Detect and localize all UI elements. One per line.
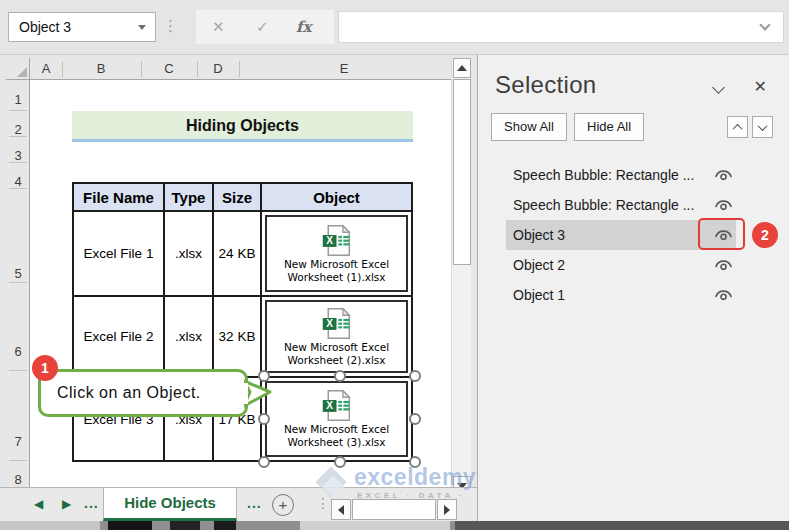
- visibility-eye-icon[interactable]: [713, 257, 734, 272]
- formula-buttons-panel: ✕ ✓ fx: [196, 10, 334, 44]
- excel-file-icon: X: [320, 389, 353, 422]
- row-header-2[interactable]: 2: [6, 122, 30, 137]
- pane-options-chevron-icon[interactable]: [712, 81, 725, 94]
- list-item-speech-bubble-2[interactable]: Speech Bubble: Rectangle ...: [506, 190, 736, 220]
- row-header-6[interactable]: 6: [6, 344, 30, 359]
- sheet-title-cell: Hiding Objects: [72, 111, 413, 142]
- callout-text: Click on an Object.: [57, 384, 201, 402]
- formula-input[interactable]: [338, 11, 784, 43]
- visibility-eye-icon[interactable]: [713, 167, 734, 182]
- sheet-tab-bar: ◀ ▶ ... Hide Objects ... + ⋮: [0, 487, 477, 521]
- edge-segment: [108, 521, 152, 530]
- name-box[interactable]: Object 3: [8, 12, 156, 42]
- list-item-object-3-selected[interactable]: Object 3 2: [506, 220, 736, 250]
- table-cell-file-name: Excel File 2: [74, 297, 165, 378]
- formula-bar-expand-icon[interactable]: [759, 19, 770, 30]
- excel-window: Object 3 ⋮ ✕ ✓ fx A B C D E 1 2 3 4 5 6 …: [0, 0, 789, 530]
- bring-forward-button[interactable]: [727, 116, 748, 138]
- item-label: Object 1: [506, 287, 736, 303]
- excel-file-icon: X: [320, 224, 353, 257]
- table-cell-size: 32 KB: [214, 297, 262, 378]
- edge-segment: [300, 521, 450, 530]
- row-header-7[interactable]: 7: [6, 434, 30, 449]
- edge-segment: [170, 521, 200, 530]
- vertical-scrollbar-thumb[interactable]: [453, 79, 471, 265]
- svg-text:X: X: [326, 401, 333, 412]
- tab-hide-objects[interactable]: Hide Objects: [103, 488, 237, 521]
- row-header-4[interactable]: 4: [6, 174, 30, 189]
- svg-text:X: X: [326, 318, 333, 329]
- row-header-1[interactable]: 1: [6, 92, 30, 107]
- callout-speech-bubble[interactable]: Click on an Object.: [38, 369, 248, 417]
- embedded-object-1[interactable]: X New Microsoft Excel Worksheet (1).xlsx: [265, 215, 408, 292]
- row-divider: [9, 136, 27, 137]
- column-divider: [197, 61, 198, 77]
- insert-function-icon[interactable]: fx: [296, 18, 311, 36]
- previous-sheet-icon[interactable]: ◀: [34, 497, 43, 511]
- enter-icon[interactable]: ✓: [256, 18, 269, 36]
- cancel-icon[interactable]: ✕: [212, 18, 225, 36]
- edge-segment: [0, 521, 100, 530]
- separator-grip-icon: ⋮: [163, 17, 178, 35]
- next-sheet-icon[interactable]: ▶: [62, 497, 71, 511]
- edge-segment: [214, 521, 236, 530]
- embedded-object-3-selected[interactable]: X New Microsoft Excel Worksheet (3).xlsx: [265, 381, 408, 457]
- table-cell-type: .xlsx: [165, 212, 214, 297]
- row-divider: [9, 110, 27, 111]
- svg-text:X: X: [326, 235, 333, 246]
- hidden-tabs-right[interactable]: ...: [247, 495, 262, 511]
- hscroll-right-button[interactable]: [437, 499, 457, 520]
- visibility-eye-icon[interactable]: [713, 287, 734, 302]
- list-item-speech-bubble-1[interactable]: Speech Bubble: Rectangle ...: [506, 160, 736, 190]
- column-header-a[interactable]: A: [42, 61, 51, 76]
- step-badge-1: 1: [32, 355, 58, 381]
- hscroll-left-button[interactable]: [331, 499, 351, 520]
- embedded-object-caption: New Microsoft Excel Worksheet (2).xlsx: [268, 341, 406, 366]
- edge-segment: [455, 521, 789, 530]
- column-header-c[interactable]: C: [164, 61, 173, 76]
- column-headers: A B C D E: [30, 58, 451, 80]
- select-all-icon: [17, 67, 27, 77]
- embedded-object-caption: New Microsoft Excel Worksheet (3).xlsx: [268, 423, 406, 448]
- excel-file-icon: X: [320, 307, 353, 340]
- table-cell-type: .xlsx: [165, 297, 214, 378]
- row-header-5[interactable]: 5: [6, 266, 30, 281]
- table-cell-file-name: Excel File 1: [74, 212, 165, 297]
- visibility-eye-icon[interactable]: [713, 197, 734, 212]
- hidden-tabs-left[interactable]: ...: [84, 495, 99, 511]
- show-all-button[interactable]: Show All: [491, 113, 567, 141]
- objects-list: Speech Bubble: Rectangle ... Speech Bubb…: [478, 160, 789, 310]
- step-badge-2: 2: [752, 222, 778, 248]
- row-header-8[interactable]: 8: [6, 472, 30, 487]
- chevron-up-icon: [733, 123, 743, 133]
- files-table: File Name Type Size Object Excel File 1 …: [72, 182, 413, 462]
- row-divider: [9, 282, 27, 283]
- list-item-object-1[interactable]: Object 1: [506, 280, 736, 310]
- column-divider: [62, 61, 63, 77]
- speech-bubble-tail: [244, 376, 274, 410]
- row-header-3[interactable]: 3: [6, 148, 30, 163]
- item-label: Speech Bubble: Rectangle ...: [506, 167, 736, 183]
- name-box-dropdown-icon[interactable]: [138, 25, 146, 30]
- column-header-e[interactable]: E: [340, 61, 349, 76]
- highlight-box: [698, 218, 745, 250]
- select-all-corner[interactable]: [6, 58, 30, 80]
- column-header-b[interactable]: B: [97, 61, 106, 76]
- row-headers: 1 2 3 4 5 6 7 8: [6, 80, 30, 487]
- embedded-object-2[interactable]: X New Microsoft Excel Worksheet (2).xlsx: [265, 300, 408, 373]
- list-item-object-2[interactable]: Object 2: [506, 250, 736, 280]
- formula-bar-row: Object 3 ⋮ ✕ ✓ fx: [0, 0, 789, 55]
- chevron-down-icon: [758, 121, 768, 131]
- hide-all-button[interactable]: Hide All: [574, 113, 644, 141]
- table-header-size: Size: [214, 184, 262, 212]
- table-cell-object-2: X New Microsoft Excel Worksheet (2).xlsx: [262, 297, 411, 378]
- tab-scroll-grip-icon[interactable]: ⋮: [316, 495, 330, 511]
- horizontal-scrollbar-thumb[interactable]: [352, 499, 436, 520]
- scroll-up-button[interactable]: [453, 58, 471, 78]
- column-header-d[interactable]: D: [213, 61, 222, 76]
- scroll-left-icon: [338, 505, 344, 515]
- new-sheet-button[interactable]: +: [272, 494, 294, 516]
- vertical-scrollbar[interactable]: [451, 58, 471, 496]
- send-backward-button[interactable]: [752, 116, 773, 138]
- pane-close-icon[interactable]: ✕: [754, 77, 767, 96]
